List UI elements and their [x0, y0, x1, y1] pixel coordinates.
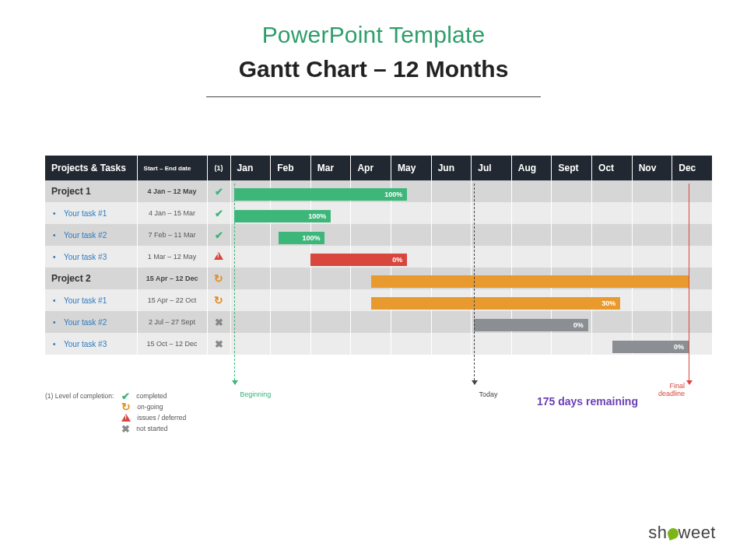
status-cell: ✖ [207, 333, 230, 355]
check-icon: ✔ [215, 186, 223, 198]
status-cell: ✖ [207, 311, 230, 333]
legend: (1) Level of completion: ✔completed ↻on-… [45, 390, 186, 434]
check-icon: ✔ [215, 229, 223, 241]
task-name: Your task #1 [45, 202, 137, 224]
days-remaining: 175 days remaining [537, 395, 638, 408]
task-row: Your task #27 Feb – 11 Mar✔ [45, 224, 713, 246]
task-row: Your task #115 Apr – 22 Oct↻ [45, 289, 713, 311]
check-icon: ✔ [215, 208, 223, 219]
legend-label: not started [136, 425, 167, 432]
legend-item-notstarted: ✖not started [121, 423, 186, 434]
gantt-table: Projects & Tasks Start – End date (1) Ja… [45, 156, 713, 355]
legend-item-issues: issues / deferred [121, 412, 186, 423]
ongoing-icon: ↻ [214, 272, 223, 285]
cross-icon: ✖ [121, 423, 130, 435]
brand-post: weet [679, 523, 716, 542]
project-row: Project 215 Apr – 12 Dec↻ [45, 268, 713, 289]
legend-label: completed [136, 392, 167, 400]
date-range: 15 Apr – 12 Dec [137, 268, 207, 289]
alert-icon [121, 414, 131, 422]
cross-icon: ✖ [215, 317, 223, 328]
task-row: Your task #14 Jan – 15 Mar✔ [45, 202, 713, 224]
hdr-month: Jun [431, 156, 472, 180]
status-cell: ✔ [207, 202, 230, 224]
hdr-month: Nov [632, 156, 672, 180]
date-range: 15 Oct – 12 Dec [137, 333, 207, 355]
hdr-dates: Start – End date [137, 156, 207, 180]
hdr-month: Jan [230, 156, 271, 180]
hdr-month: Feb [271, 156, 311, 180]
gantt-chart: Projects & Tasks Start – End date (1) Ja… [45, 156, 713, 355]
date-range: 4 Jan – 12 May [137, 180, 207, 202]
hdr-status: (1) [207, 156, 230, 180]
task-row: Your task #31 Mar – 12 May [45, 246, 713, 268]
date-range: 2 Jul – 27 Sept [137, 311, 207, 333]
status-cell: ↻ [207, 268, 230, 289]
hdr-projects: Projects & Tasks [45, 156, 137, 180]
status-cell: ↻ [207, 289, 230, 311]
hdr-month: May [391, 156, 432, 180]
task-name: Your task #1 [45, 289, 137, 311]
hdr-month: Aug [511, 156, 552, 180]
date-range: 1 Mar – 12 May [137, 246, 207, 268]
marker-label: Finaldeadline [658, 383, 685, 398]
date-range: 4 Jan – 15 Mar [137, 202, 207, 224]
legend-item-completed: ✔completed [121, 390, 186, 401]
task-name: Your task #2 [45, 224, 137, 246]
brand-pre: sh [648, 523, 667, 542]
hdr-month: Sept [552, 156, 592, 180]
project-name: Project 2 [45, 268, 137, 289]
page-title: Gantt Chart – 12 Months [0, 48, 747, 82]
task-name: Your task #3 [45, 333, 137, 355]
task-row: Your task #315 Oct – 12 Dec✖ [45, 333, 713, 355]
project-row: Project 14 Jan – 12 May✔ [45, 180, 713, 202]
header-row: Projects & Tasks Start – End date (1) Ja… [45, 156, 713, 180]
legend-label: issues / deferred [137, 414, 186, 422]
legend-label: on-going [137, 403, 163, 411]
title-rule [206, 96, 541, 97]
project-name: Project 1 [45, 180, 137, 202]
marker-label: Today [479, 390, 498, 398]
hdr-month: Jul [472, 156, 512, 180]
task-name: Your task #3 [45, 246, 137, 268]
hdr-month: Mar [310, 156, 351, 180]
status-cell: ✔ [207, 180, 230, 202]
marker-label: Beginning [240, 390, 271, 398]
status-cell: ✔ [207, 224, 230, 246]
hdr-month: Dec [672, 156, 713, 180]
date-range: 7 Feb – 11 Mar [137, 224, 207, 246]
brand-logo: shweet [648, 523, 716, 543]
hdr-month: Apr [351, 156, 391, 180]
alert-icon [214, 252, 223, 260]
date-range: 15 Apr – 22 Oct [137, 289, 207, 311]
legend-title: (1) Level of completion: [45, 390, 114, 434]
status-cell [207, 246, 230, 268]
hdr-month: Oct [592, 156, 633, 180]
legend-item-ongoing: ↻on-going [121, 401, 186, 412]
task-row: Your task #22 Jul – 27 Sept✖ [45, 311, 713, 333]
supertitle: PowerPoint Template [0, 0, 747, 48]
ongoing-icon: ↻ [121, 401, 131, 413]
cross-icon: ✖ [215, 338, 223, 350]
ongoing-icon: ↻ [214, 294, 223, 306]
task-name: Your task #2 [45, 311, 137, 333]
